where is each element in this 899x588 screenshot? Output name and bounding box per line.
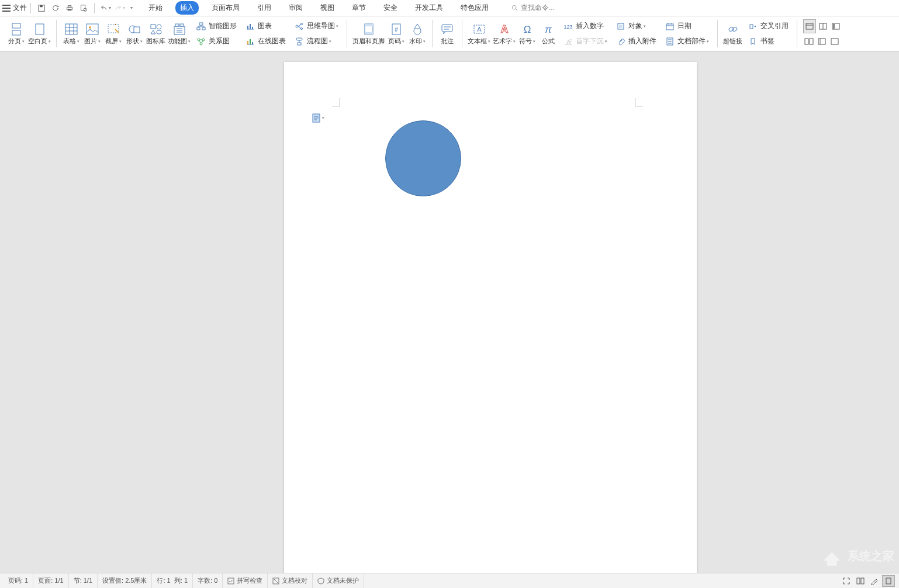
funcchart-button[interactable]: 功能图▾ xyxy=(167,18,192,50)
equation-button[interactable]: π公式 xyxy=(538,18,559,50)
svg-rect-96 xyxy=(805,39,808,44)
blankpage-button[interactable]: 空白页▾ xyxy=(27,18,52,50)
wordart-button[interactable]: A艺术字▾ xyxy=(492,18,517,50)
status-proof[interactable]: 文档校对 xyxy=(268,573,313,588)
hyperlink-button[interactable]: 超链接 xyxy=(722,18,744,50)
pagebreak-button[interactable]: 分页▾ xyxy=(6,18,27,50)
sync-icon[interactable] xyxy=(50,2,61,14)
svg-rect-56 xyxy=(298,43,301,45)
textbox-button[interactable]: A文本框▾ xyxy=(466,18,492,50)
comment-button[interactable]: 批注 xyxy=(437,18,458,50)
status-words[interactable]: 字数: 0 xyxy=(193,573,223,588)
watermark-button[interactable]: 水印▾ xyxy=(407,18,428,50)
svg-rect-9 xyxy=(12,23,20,28)
screenshot-button[interactable]: 截屏▾ xyxy=(103,18,124,50)
object-button[interactable]: 对象▾ xyxy=(613,19,659,33)
svg-line-43 xyxy=(202,41,203,43)
document-page[interactable]: ▾ xyxy=(284,62,697,573)
viewmode-6-icon[interactable] xyxy=(829,34,841,49)
picture-button[interactable]: 图片▾ xyxy=(82,18,103,50)
tab-dev[interactable]: 开发工具 xyxy=(410,1,448,15)
chart-button[interactable]: 图表 xyxy=(243,19,288,33)
svg-rect-46 xyxy=(250,24,251,29)
status-section[interactable]: 节: 1/1 xyxy=(69,573,98,588)
symbol-button[interactable]: Ω符号▾ xyxy=(517,18,538,50)
svg-point-53 xyxy=(301,23,303,25)
viewmode-4-icon[interactable] xyxy=(803,34,815,49)
crossref-button[interactable]: 交叉引用 xyxy=(745,19,791,33)
onlinechart-button[interactable]: 在线图表 xyxy=(243,34,288,49)
document-canvas[interactable]: ▾ xyxy=(0,51,899,573)
iconlib-button[interactable]: 图标库 xyxy=(145,18,167,50)
mindmap-icon xyxy=(294,22,305,30)
insertnum-icon: 123 xyxy=(563,23,573,30)
svg-rect-100 xyxy=(831,39,838,44)
svg-text:π: π xyxy=(545,24,552,35)
viewmode-3-icon[interactable] xyxy=(830,19,842,33)
save-icon[interactable] xyxy=(36,2,47,14)
ribbon: 分页▾ 空白页▾ 表格▾ 图片▾ 截屏▾ 形状▾ 图标库 功能图▾ 智能图形 关… xyxy=(0,16,899,51)
bookmark-button[interactable]: 书签 xyxy=(745,34,791,49)
viewmode-5-icon[interactable] xyxy=(816,34,828,49)
redo-icon[interactable]: ▾ xyxy=(113,2,125,14)
paragraph-options-icon[interactable]: ▾ xyxy=(312,113,324,123)
svg-point-52 xyxy=(296,25,298,27)
flowchart-icon xyxy=(294,37,305,46)
headerfooter-button[interactable]: 页眉和页脚 xyxy=(351,18,386,50)
more-quickaccess[interactable]: ▾ xyxy=(127,2,134,14)
svg-rect-89 xyxy=(750,25,753,29)
viewmode-2-icon[interactable] xyxy=(817,19,829,33)
command-search[interactable]: 查找命令... xyxy=(511,3,555,13)
onlinechart-icon xyxy=(245,37,255,46)
tab-security[interactable]: 安全 xyxy=(379,1,402,15)
smartart-button[interactable]: 智能图形 xyxy=(193,19,239,33)
docparts-button[interactable]: 文档部件▾ xyxy=(662,34,711,49)
shapes-button[interactable]: 形状▾ xyxy=(124,18,145,50)
tab-start[interactable]: 开始 xyxy=(144,1,167,15)
svg-rect-12 xyxy=(65,24,77,34)
svg-rect-55 xyxy=(296,38,302,40)
tab-special[interactable]: 特色应用 xyxy=(456,1,493,15)
menu-icon[interactable] xyxy=(2,5,11,12)
status-pos[interactable]: 设置值: 2.5厘米 xyxy=(98,573,152,588)
svg-line-8 xyxy=(516,9,517,11)
status-spell[interactable]: 拼写检查 xyxy=(223,573,268,588)
readmode-icon[interactable] xyxy=(854,575,867,587)
relation-icon xyxy=(196,37,206,46)
print-icon[interactable] xyxy=(64,2,75,14)
table-button[interactable]: 表格▾ xyxy=(61,18,82,50)
svg-point-38 xyxy=(198,39,200,41)
svg-rect-11 xyxy=(36,24,44,34)
svg-rect-106 xyxy=(228,578,234,584)
svg-line-108 xyxy=(274,579,278,583)
bookmark-icon xyxy=(748,37,758,46)
flowchart-button[interactable]: 流程图▾ xyxy=(292,34,341,49)
viewmode-1-icon[interactable] xyxy=(803,19,816,33)
svg-point-7 xyxy=(512,5,516,9)
insertnum-button[interactable]: 123插入数字 xyxy=(561,19,610,33)
mindmap-button[interactable]: 思维导图▾ xyxy=(292,19,341,33)
zoomfit-icon[interactable] xyxy=(882,575,895,587)
tab-layout[interactable]: 页面布局 xyxy=(207,1,244,15)
file-menu[interactable]: 文件 xyxy=(13,3,27,13)
status-page[interactable]: 页面: 1/1 xyxy=(33,573,68,588)
tab-view[interactable]: 视图 xyxy=(316,1,339,15)
status-pagenum[interactable]: 页码: 1 xyxy=(4,573,33,588)
status-protect[interactable]: 文档未保护 xyxy=(313,573,364,588)
pagenum-button[interactable]: #页码▾ xyxy=(386,18,407,50)
tab-ref[interactable]: 引用 xyxy=(253,1,276,15)
status-line-col[interactable]: 行: 1 列: 1 xyxy=(152,573,193,588)
svg-point-39 xyxy=(202,39,205,41)
tab-chapter[interactable]: 章节 xyxy=(347,1,371,15)
svg-rect-24 xyxy=(157,30,161,34)
circle-shape[interactable] xyxy=(385,120,461,196)
undo-icon[interactable]: ▾ xyxy=(99,2,111,14)
tab-insert[interactable]: 插入 xyxy=(175,1,199,15)
attachment-button[interactable]: 插入附件 xyxy=(613,34,659,49)
date-button[interactable]: 日期 xyxy=(662,19,711,33)
print-preview-icon[interactable] xyxy=(78,2,89,14)
tab-review[interactable]: 审阅 xyxy=(284,1,307,15)
fullscreen-icon[interactable] xyxy=(840,575,853,587)
relation-button[interactable]: 关系图 xyxy=(193,34,239,49)
editmode-icon[interactable] xyxy=(868,575,881,587)
